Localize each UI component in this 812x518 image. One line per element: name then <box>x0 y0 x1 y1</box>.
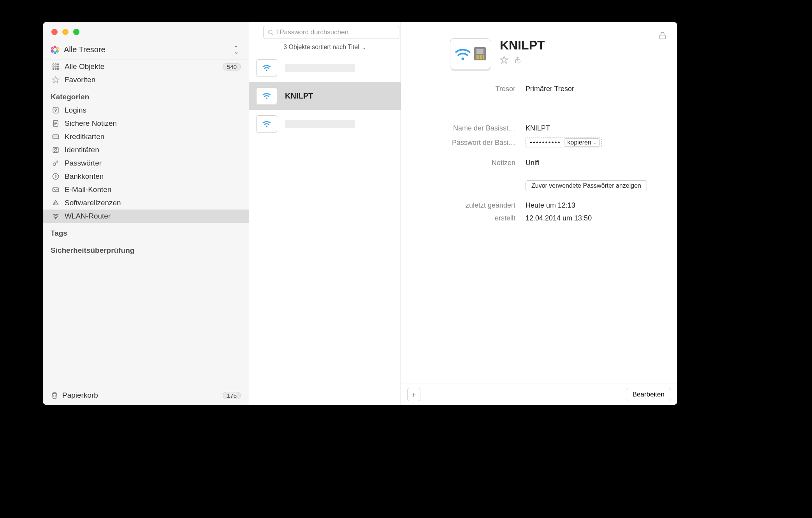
svg-point-11 <box>57 66 58 67</box>
sidebar-cat-logins[interactable]: Logins <box>43 104 249 117</box>
list-item[interactable]: KNILPT <box>249 82 401 110</box>
field-value-vault: Primärer Tresor <box>526 85 677 93</box>
search-input[interactable]: 1Password durchsuchen <box>263 26 399 39</box>
svg-marker-48 <box>501 56 508 63</box>
item-list: KNILPT <box>249 54 401 138</box>
svg-rect-39 <box>660 35 665 39</box>
detail-panel: KNILPT Tresor Primärer Tresor Name der B… <box>401 22 677 405</box>
svg-point-7 <box>55 64 56 65</box>
svg-point-4 <box>52 50 53 52</box>
sidebar-cat-identities[interactable]: Identitäten <box>43 143 249 157</box>
vaults-icon <box>51 46 59 54</box>
identity-icon <box>51 146 61 154</box>
sidebar-item-label: Papierkorb <box>62 391 98 400</box>
sidebar-cat-credit-cards[interactable]: Kreditkarten <box>43 130 249 143</box>
chevron-down-icon: ⌄ <box>361 45 366 50</box>
svg-rect-46 <box>481 55 482 59</box>
sidebar-trash[interactable]: Papierkorb 175 <box>43 385 249 405</box>
sidebar-cat-email-accounts[interactable]: E-Mail-Konten <box>43 183 249 196</box>
password-concealed: •••••••••• <box>530 139 564 146</box>
redacted-label <box>285 120 355 128</box>
app-window: Alle Tresore ⌃⌄ Alle Objekte 540 Favorit… <box>43 22 677 405</box>
svg-rect-47 <box>483 55 484 59</box>
edit-button[interactable]: Bearbeiten <box>626 388 671 401</box>
field-value-base-name[interactable]: KNILPT <box>526 124 677 132</box>
field-label-base-name: Name der Basisst… <box>401 124 526 132</box>
trash-icon <box>51 391 58 400</box>
svg-point-9 <box>53 66 54 67</box>
field-value-created: 12.04.2014 um 13:50 <box>526 214 677 222</box>
sort-control[interactable]: 3 Objekte sortiert nach Titel ⌄ <box>249 41 401 54</box>
sidebar-cat-wifi-routers[interactable]: WLAN-Router <box>43 210 249 223</box>
field-value-notes[interactable]: Unifi <box>526 159 677 167</box>
list-item[interactable] <box>249 54 401 82</box>
sidebar-cat-bank-accounts[interactable]: $ Bankkonten <box>43 170 249 183</box>
mail-icon <box>51 185 61 194</box>
svg-point-13 <box>55 68 56 69</box>
svg-rect-29 <box>53 188 59 192</box>
svg-point-40 <box>462 58 464 60</box>
window-controls <box>51 29 79 35</box>
list-item[interactable] <box>249 110 401 138</box>
svg-point-38 <box>266 126 267 127</box>
svg-point-10 <box>55 66 56 67</box>
sidebar-item-label: WLAN-Router <box>65 212 111 220</box>
svg-point-25 <box>55 148 57 150</box>
vault-selector[interactable]: Alle Tresore ⌃⌄ <box>43 22 249 60</box>
password-field[interactable]: •••••••••• kopieren ⌄ <box>526 137 602 148</box>
count-badge: 175 <box>223 392 241 399</box>
svg-point-6 <box>53 64 54 65</box>
note-icon <box>51 119 61 128</box>
svg-rect-44 <box>478 55 479 59</box>
search-placeholder: 1Password durchsuchen <box>276 28 348 36</box>
svg-point-36 <box>266 70 267 71</box>
sidebar-cat-software-licenses[interactable]: Softwarelizenzen <box>43 196 249 210</box>
svg-point-5 <box>52 48 53 49</box>
minimize-window-button[interactable] <box>62 29 69 35</box>
share-icon[interactable] <box>514 56 522 65</box>
credit-card-icon <box>51 132 61 141</box>
sidebar-all-items[interactable]: Alle Objekte 540 <box>43 60 249 73</box>
chevron-updown-icon: ⌃⌄ <box>234 46 241 53</box>
app-icon <box>51 199 61 207</box>
search-icon <box>267 29 274 35</box>
sidebar-item-label: Bankkonten <box>65 172 104 181</box>
sidebar-item-label: Alle Objekte <box>65 62 104 71</box>
favorite-star-icon[interactable] <box>500 56 508 65</box>
keyhole-icon <box>51 106 61 115</box>
star-icon <box>51 76 61 84</box>
sidebar-cat-passwords[interactable]: Passwörter <box>43 157 249 170</box>
svg-point-34 <box>269 30 272 34</box>
sidebar-cat-secure-notes[interactable]: Sichere Notizen <box>43 117 249 130</box>
svg-text:$: $ <box>54 174 56 178</box>
section-tags[interactable]: Tags <box>43 223 249 240</box>
grid-icon <box>51 62 61 71</box>
svg-point-1 <box>56 48 58 49</box>
svg-rect-42 <box>476 49 483 54</box>
field-label-modified: zuletzt geändert <box>401 201 526 210</box>
router-icon <box>256 115 277 132</box>
sidebar-item-label: Favoriten <box>65 76 95 84</box>
sidebar-item-label: Passwörter <box>65 159 102 167</box>
item-list-column: 1Password durchsuchen 3 Objekte sortiert… <box>249 22 401 405</box>
copy-password-button[interactable]: kopieren ⌄ <box>564 138 600 147</box>
zoom-window-button[interactable] <box>73 29 79 35</box>
sidebar-item-label: Logins <box>65 106 86 115</box>
svg-point-31 <box>55 218 56 219</box>
router-icon <box>256 87 277 104</box>
list-item-label: KNILPT <box>285 92 313 100</box>
section-security-audit[interactable]: Sicherheitsüberprüfung <box>43 240 249 257</box>
svg-point-2 <box>56 50 58 52</box>
show-previous-passwords-button[interactable]: Zuvor verwendete Passwörter anzeigen <box>526 180 647 191</box>
close-window-button[interactable] <box>51 29 58 35</box>
sidebar: Alle Tresore ⌃⌄ Alle Objekte 540 Favorit… <box>43 22 249 405</box>
svg-marker-15 <box>53 77 59 83</box>
field-value-modified: Heute um 12:13 <box>526 201 677 210</box>
svg-rect-45 <box>480 55 481 59</box>
lock-icon[interactable] <box>658 30 667 42</box>
svg-point-0 <box>54 46 56 48</box>
svg-rect-43 <box>476 55 478 59</box>
add-item-button[interactable]: ＋ <box>407 388 420 401</box>
sidebar-favorites[interactable]: Favoriten <box>43 73 249 86</box>
field-label-created: erstellt <box>401 214 526 222</box>
